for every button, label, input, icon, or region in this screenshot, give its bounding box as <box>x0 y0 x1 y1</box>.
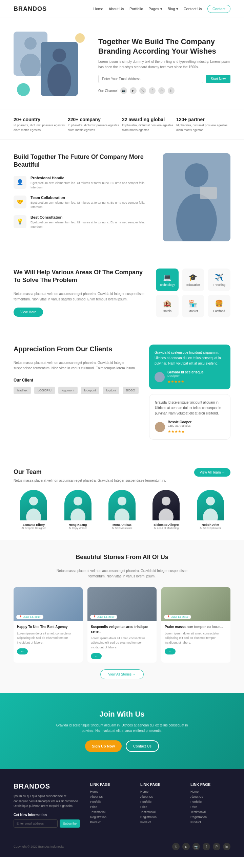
clients-left: Appreciation From Our Clients Netus mass… <box>14 345 142 444</box>
feature-icon-1: 👤 <box>14 176 26 189</box>
svg-point-12 <box>74 497 82 505</box>
nav-links: Home About Us Portfolio Pages ▾ Blog ▾ C… <box>93 5 230 13</box>
team-avatar-2 <box>64 490 92 520</box>
footer-email-input[interactable] <box>14 819 58 828</box>
footer-link-price-1[interactable]: Price <box>90 805 130 809</box>
footer-link-testimonial-2[interactable]: Testimonial <box>140 810 180 814</box>
feature-icon-3: 💡 <box>14 215 26 228</box>
category-hotels[interactable]: 🏨 Hotels <box>156 295 179 317</box>
footer-link-product-3[interactable]: Product <box>190 820 230 824</box>
client-logos: leadflux LOGOPIU logomoni logopont logit… <box>14 387 142 394</box>
team-name-1: Samanta Elfory <box>14 523 54 527</box>
team-name-5: Roboh Arim <box>190 523 230 527</box>
hero-email-input[interactable] <box>98 75 203 83</box>
blog-section: Beautiful Stories From All Of Us Netus m… <box>0 540 244 693</box>
footer-link-registration-2[interactable]: Registration <box>140 815 180 819</box>
footer-link-about-1[interactable]: About Us <box>90 795 130 798</box>
instagram-icon[interactable]: 📷 <box>120 87 127 94</box>
footer-link-testimonial-1[interactable]: Testimonial <box>90 810 130 814</box>
nav-contact[interactable]: Contact Us <box>184 7 202 11</box>
education-icon: 🎓 <box>185 273 202 281</box>
blog-card-2: 📍 June 14, 2017 Suspendis vel gestas arc… <box>87 587 157 663</box>
client-logo-2: LOGOPIU <box>34 387 55 394</box>
team-avatar-3 <box>108 490 136 520</box>
author-info-1: Gravida Id scelerisque Designer ★★★★★ <box>167 370 204 384</box>
cta-contact-button[interactable]: Contact Us <box>126 740 159 752</box>
footer-youtube-icon[interactable]: ▶ <box>182 843 190 850</box>
footer-link-product-1[interactable]: Product <box>90 820 130 824</box>
footer-links-3: Home About Us Portfolio Price Testimonia… <box>190 790 230 824</box>
blog-readmore-1[interactable]: ··· <box>17 648 28 654</box>
svg-point-7 <box>185 163 208 187</box>
footer-link-product-2[interactable]: Product <box>140 820 180 824</box>
footer-link-portfolio-3[interactable]: Portfolio <box>190 800 230 804</box>
blog-readmore-3[interactable]: ··· <box>165 648 176 654</box>
view-more-button[interactable]: View More <box>14 308 43 317</box>
footer-link-price-3[interactable]: Price <box>190 805 230 809</box>
footer-link-home-2[interactable]: Home <box>140 790 180 793</box>
footer-link-registration-3[interactable]: Registration <box>190 815 230 819</box>
client-logo-4: logopont <box>81 387 100 394</box>
footer-instagram-icon[interactable]: 📷 <box>192 843 200 850</box>
stat-company-number: 220+ company <box>68 117 122 122</box>
footer-link-about-2[interactable]: About Us <box>140 795 180 798</box>
nav-blog[interactable]: Blog ▾ <box>168 7 178 11</box>
footer-links-2: Home About Us Portfolio Price Testimonia… <box>140 790 180 824</box>
footer-col-2-title: LINK PAGE <box>140 782 180 787</box>
stat-country-desc: Id pharetra, dictumst posuere egestas di… <box>14 123 68 132</box>
author-name-2: Bessie Cooper <box>168 420 191 424</box>
pinterest-icon[interactable]: P <box>158 87 165 94</box>
problem-icons-grid: 💻 Technology 🎓 Education ✈️ Traveling 🏨 … <box>156 269 230 317</box>
category-education[interactable]: 🎓 Education <box>182 269 205 291</box>
footer-col-3: LINK PAGE Home About Us Portfolio Price … <box>190 782 230 828</box>
view-all-team-button[interactable]: View All Team → <box>194 468 230 477</box>
facebook-icon[interactable]: f <box>149 87 156 94</box>
nav-pages[interactable]: Pages ▾ <box>148 7 162 11</box>
category-fastfood[interactable]: 🍔 Fastfood <box>208 295 230 317</box>
author-role-2: CEO at Analytics <box>168 424 191 427</box>
youtube-icon[interactable]: ▶ <box>130 87 137 94</box>
blog-date-2: 📍 June 14, 2017 <box>90 615 117 619</box>
blog-readmore-2[interactable]: ··· <box>91 653 102 659</box>
footer-linkedin-icon[interactable]: in <box>223 843 230 850</box>
footer-link-testimonial-3[interactable]: Testimonial <box>190 810 230 814</box>
author-avatar-1 <box>155 372 165 382</box>
footer-grid: BRANDOS Ipsum eu qui qua squid suspendis… <box>14 782 230 828</box>
twitter-icon[interactable]: 𝕏 <box>139 87 146 94</box>
footer-twitter-icon[interactable]: 𝕏 <box>172 843 180 850</box>
education-label: Education <box>185 283 202 287</box>
footer-link-price-2[interactable]: Price <box>140 805 180 809</box>
footer-link-portfolio-1[interactable]: Portfolio <box>90 800 130 804</box>
category-traveling[interactable]: ✈️ Traveling <box>208 269 230 291</box>
cta-signup-button[interactable]: Sign Up Now <box>85 740 122 752</box>
market-label: Market <box>185 309 202 313</box>
hero-title: Together We Build The Company Branding A… <box>98 37 230 56</box>
author-name-1: Gravida Id scelerisque <box>167 370 204 374</box>
nav-portfolio[interactable]: Portfolio <box>129 7 143 11</box>
footer-subscribe-button[interactable]: Subscribe <box>60 819 80 828</box>
linkedin-icon[interactable]: in <box>168 87 175 94</box>
nav-about[interactable]: About Us <box>109 7 124 11</box>
testimonial-author-1: Gravida Id scelerisque Designer ★★★★★ <box>155 370 225 384</box>
view-all-stories-button[interactable]: View All Stories → <box>100 669 144 679</box>
testimonial-card-2: Gravida Id scelerisque tincidunt aliquam… <box>149 394 230 440</box>
cta-buttons: Sign Up Now Contact Us <box>14 740 230 752</box>
nav-home[interactable]: Home <box>93 7 103 11</box>
category-market[interactable]: 🏪 Market <box>182 295 205 317</box>
footer-link-portfolio-2[interactable]: Portfolio <box>140 800 180 804</box>
hero-start-button[interactable]: Start Now <box>206 75 230 83</box>
category-technology[interactable]: 💻 Technology <box>156 269 179 291</box>
footer-link-home-3[interactable]: Home <box>190 790 230 793</box>
footer-link-registration-1[interactable]: Registration <box>90 815 130 819</box>
svg-point-16 <box>162 497 170 505</box>
blog-card-3: 📍 June 14, 2017 Praim massa sem tempor e… <box>161 587 230 663</box>
footer-link-about-3[interactable]: About Us <box>190 795 230 798</box>
stat-partner: 120+ partner Id pharetra, dictumst posue… <box>176 117 230 132</box>
feature-item-2: 🤝 Team Collaboration Eget pretium sem el… <box>14 196 152 210</box>
blog-card-1: 📍 June 14, 2017 Happy To Use The Best Ag… <box>14 587 83 663</box>
team-card-5: Roboh Arim Ai SEO Optimizer <box>190 490 230 530</box>
footer-facebook-icon[interactable]: f <box>203 843 210 850</box>
footer-link-home-1[interactable]: Home <box>90 790 130 793</box>
nav-contact-button[interactable]: Contact <box>207 5 230 13</box>
footer-pinterest-icon[interactable]: P <box>213 843 220 850</box>
